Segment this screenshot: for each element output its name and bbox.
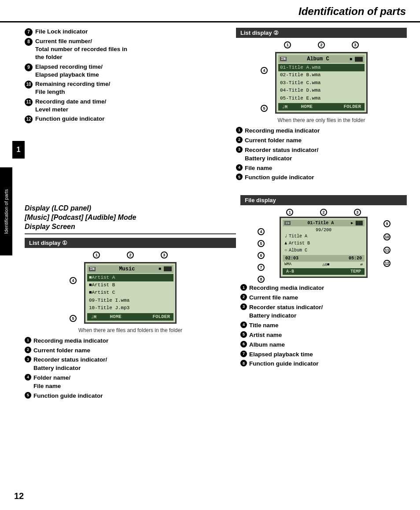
top-left-items: 7 File Lock indicator 8 Current file num… (25, 28, 236, 187)
list-display-2-bar: List display ② (236, 28, 407, 38)
callout-2: 2 (318, 41, 325, 48)
callout-1: 1 (284, 41, 291, 48)
callout-3: 3 (352, 41, 359, 48)
item-8-circle: 8 (25, 38, 33, 46)
lcd1-folder-label: FOLDER (152, 314, 170, 319)
callout-2a: 2 (127, 251, 134, 259)
list-item: 8 Current file number/Total number of re… (25, 37, 236, 62)
callout-5-left: 5 (261, 104, 268, 112)
file-display-items: 1 Recording media indicator 2 Current fi… (240, 284, 407, 368)
file-display-bar: File display (240, 195, 407, 205)
list-item: 5 Artist name (240, 331, 407, 340)
callout-5a-left: 5 (70, 314, 77, 322)
callout-fd-7: 7 (258, 264, 265, 271)
list-item: 1 Recording media indicator (240, 284, 407, 292)
file-display-section: File display 1 2 3 4 5 6 7 8 9 10 11 (236, 195, 407, 406)
list-item: 2 Current folder name (25, 347, 236, 355)
list-item: 11 Recording date and time/Level meter (25, 98, 236, 114)
callout-3a: 3 (161, 251, 168, 259)
list-item: 2 Current folder name (236, 137, 407, 145)
item-12-text: Function guide indicator (35, 115, 105, 123)
lcd-total: 05:20 (349, 256, 362, 261)
list-item: 3 Recorder status indicator/Battery indi… (236, 146, 407, 163)
callout-4-left: 4 (261, 66, 268, 74)
page-number: 12 (14, 491, 24, 501)
file-display-lcd: IN 01-Title A ▶ ▓▓▓ 99/200 ♩Title A ♟Art… (280, 217, 368, 278)
list-item: 1 Recording media indicator (236, 127, 407, 135)
callout-fd-8: 8 (258, 276, 265, 283)
lcd1-bottom-icon: ♩M (91, 314, 96, 320)
lcd-folder-label: FOLDER (343, 104, 361, 109)
list-item: 7 Elapsed playback time (240, 351, 407, 359)
lcd-time-row: 02:03 05:20 (283, 255, 365, 262)
callout-fd-12: 12 (383, 260, 391, 267)
callout-fd-2: 2 (320, 209, 327, 216)
lcd-bottombar-2: ♩M HOME FOLDER (278, 103, 365, 111)
list-item: 6 Album name (240, 341, 407, 349)
list-item: 3 Recorder status indicator/Battery indi… (25, 356, 236, 373)
lcd-elapsed: 02:03 (285, 256, 298, 261)
list-item: 9 Elapsed recording time/Elapsed playbac… (25, 63, 236, 79)
item-12-circle: 12 (25, 115, 33, 123)
list-item: 10 Remaining recording time/File length (25, 80, 236, 96)
callout-fd-1: 1 (286, 209, 293, 216)
callout-fd-11: 11 (383, 247, 391, 254)
callout-fd-9: 9 (383, 220, 391, 227)
list-display-1-bar: List display ① (25, 238, 236, 248)
lcd-artist-row: ♟Artist B (283, 240, 365, 247)
list-item: 5 Function guide indicator (236, 174, 407, 182)
list-item: 8 Function guide indicator (240, 360, 407, 368)
side-tab: Identification of parts (0, 167, 12, 255)
lcd-home-label: HOME (301, 104, 312, 109)
top-items-list: 7 File Lock indicator 8 Current file num… (25, 28, 236, 123)
lcd-icons-row: WMA △◎■ ⇄ (283, 262, 365, 267)
lcd1-row-selected: ■Artist A (87, 274, 173, 281)
list-display-1-lcd: IN Music ■ ▓▓▓ ■Artist A ■Artist B ■Arti… (84, 262, 177, 324)
lcd-ab-label: A-B (286, 269, 294, 274)
list-item: 7 File Lock indicator (25, 28, 236, 36)
page-header: Identification of parts (0, 0, 420, 21)
item-8-text: Current file number/Total number of reco… (35, 37, 127, 62)
list-item: 12 Function guide indicator (25, 115, 236, 123)
list-item: 4 File name (236, 164, 407, 173)
lcd-bottombar-1: ♩M HOME FOLDER (87, 313, 173, 321)
item-11-circle: 11 (25, 98, 33, 106)
callout-fd-3: 3 (354, 209, 361, 216)
list-item: 3 Recorder status indicator/Battery indi… (240, 303, 407, 320)
chapter-number: 1 (12, 141, 25, 159)
list-display-2-items: 1 Recording media indicator 2 Current fo… (236, 127, 407, 182)
item-10-circle: 10 (25, 81, 33, 89)
item-9-text: Elapsed recording time/Elapsed playback … (35, 63, 103, 79)
item-7-text: File Lock indicator (35, 28, 88, 36)
lcd-title-row: ♩Title A (283, 233, 365, 240)
list-display-2-desc: When there are only files in the folder (236, 117, 407, 123)
left-bottom-section: Display (LCD panel)[Music] [Podcast] [Au… (25, 195, 236, 406)
list-display-1-desc: When there are files and folders in the … (25, 327, 236, 333)
lcd-album-row: ○Album C (283, 247, 365, 254)
list-item: 4 Title name (240, 322, 407, 330)
lcd-progress: 99/200 (283, 227, 365, 233)
list-item: 2 Current file name (240, 294, 407, 302)
lcd-temp-label: TEMP (350, 269, 361, 274)
lcd-row-selected: 01-Title A.wma (278, 64, 365, 71)
lcd-file-bottombar: A-B TEMP (283, 268, 365, 275)
item-9-circle: 9 (25, 63, 33, 71)
list-item: 5 Function guide indicator (25, 392, 236, 400)
callout-4a-left: 4 (70, 276, 77, 284)
callout-fd-6: 6 (258, 252, 265, 259)
list-display-2-lcd: IN Album C ■ ▓▓▓ 01-Title A.wma 02-Title… (275, 52, 368, 114)
list-display-1-items: 1 Recording media indicator 2 Current fo… (25, 337, 236, 400)
callout-fd-10: 10 (383, 233, 391, 240)
lcd1-home-label: HOME (110, 314, 121, 319)
page-title: Identification of parts (298, 5, 406, 18)
lcd-bottom-icon: ♩M (282, 104, 287, 110)
list-item: 1 Recording media indicator (25, 337, 236, 345)
item-7-circle: 7 (25, 28, 33, 36)
item-10-text: Remaining recording time/File length (35, 80, 110, 96)
section-title: Display (LCD panel)[Music] [Podcast] [Au… (25, 204, 236, 234)
list-display-2-section: List display ② 1 2 3 4 IN Album C ■ ▓▓▓ (236, 28, 407, 187)
callout-fd-4: 4 (258, 228, 265, 235)
callout-fd-5: 5 (258, 240, 265, 247)
list-item: 4 Folder name/File name (25, 374, 236, 391)
callout-1a: 1 (93, 251, 100, 259)
